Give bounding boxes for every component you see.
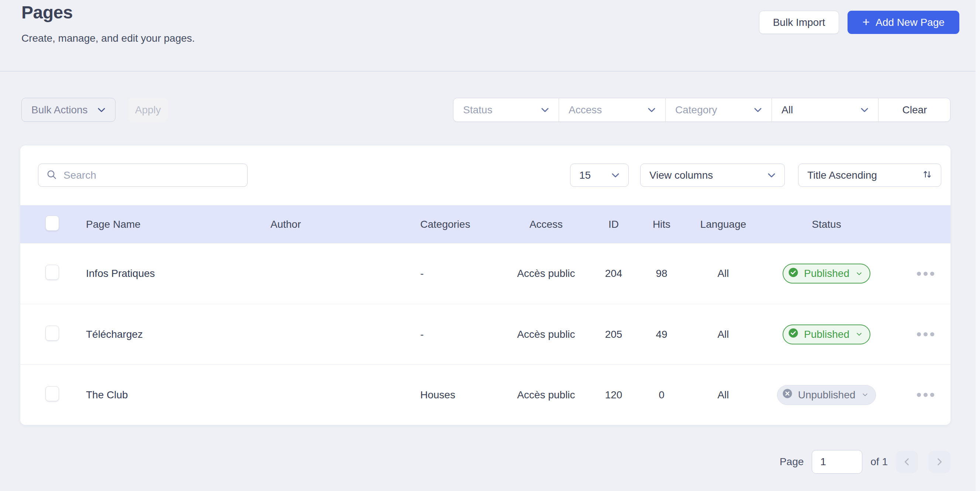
view-columns-select[interactable]: View columns — [640, 164, 785, 187]
row-actions-menu-icon[interactable] — [917, 272, 934, 276]
column-header-access: Access — [509, 218, 583, 230]
apply-label: Apply — [135, 104, 161, 116]
pagination-of-label: of 1 — [870, 456, 888, 468]
sort-arrows-icon — [922, 168, 933, 179]
hits-cell: 98 — [644, 268, 679, 279]
sort-label: Title Ascending — [807, 169, 877, 181]
column-header-author: Author — [270, 218, 420, 230]
hits-cell: 0 — [644, 389, 679, 401]
view-columns-label: View columns — [649, 169, 713, 181]
header-divider — [0, 71, 980, 72]
column-header-hits: Hits — [644, 218, 679, 230]
chevron-down-icon — [767, 171, 776, 180]
chevron-down-icon — [647, 105, 656, 115]
table-header-row: Page Name Author Categories Access ID Hi… — [20, 205, 950, 243]
access-cell: Accès public — [509, 268, 583, 279]
chevron-down-icon — [611, 171, 620, 180]
row-actions-menu-icon[interactable] — [917, 332, 934, 336]
page-number-input[interactable] — [812, 450, 862, 473]
categories-cell: - — [420, 268, 509, 279]
filter-status[interactable]: Status — [453, 98, 559, 121]
language-cell: All — [679, 328, 767, 340]
apply-button[interactable]: Apply — [128, 98, 168, 122]
select-all-checkbox[interactable] — [45, 215, 59, 231]
status-badge[interactable]: Unpublished — [777, 385, 876, 405]
chevron-down-icon — [540, 105, 550, 115]
access-cell: Accès public — [509, 389, 583, 401]
search-input[interactable] — [64, 169, 240, 181]
pagination-page-label: Page — [780, 456, 803, 468]
chevron-down-icon — [753, 105, 763, 115]
row-checkbox[interactable] — [45, 265, 59, 280]
clear-filters-button[interactable]: Clear — [878, 98, 950, 121]
id-cell: 205 — [583, 328, 644, 340]
add-new-page-button[interactable]: + Add New Page — [848, 11, 959, 34]
pagination: Page of 1 — [780, 449, 950, 474]
filter-access[interactable]: Access — [559, 98, 666, 121]
x-circle-icon — [782, 388, 793, 402]
clear-label: Clear — [902, 104, 927, 116]
status-badge-label: Published — [804, 268, 850, 279]
pages-admin-screen: Pages Create, manage, and edit your page… — [0, 0, 980, 491]
check-circle-icon — [788, 267, 799, 281]
categories-cell: - — [420, 328, 509, 340]
page-name-link[interactable]: Infos Pratiques — [86, 268, 270, 279]
chevron-down-icon — [860, 105, 869, 115]
search-icon — [46, 169, 57, 182]
filter-category-label: Category — [675, 104, 717, 116]
column-header-page-name: Page Name — [86, 218, 270, 230]
add-new-page-label: Add New Page — [876, 17, 945, 29]
filter-category[interactable]: Category — [666, 98, 772, 121]
bulk-import-button[interactable]: Bulk Import — [759, 11, 839, 34]
bulk-actions-label: Bulk Actions — [31, 104, 88, 116]
row-checkbox[interactable] — [45, 325, 59, 341]
hits-cell: 49 — [644, 328, 679, 340]
per-page-select[interactable]: 15 — [570, 164, 629, 187]
id-cell: 204 — [583, 268, 644, 279]
status-badge[interactable]: Published — [783, 264, 870, 284]
previous-page-button[interactable] — [896, 451, 918, 473]
bulk-import-label: Bulk Import — [773, 17, 826, 29]
chevron-left-icon — [901, 456, 913, 468]
column-header-language: Language — [679, 218, 767, 230]
chevron-right-icon — [934, 456, 945, 468]
table-row: Téléchargez - Accès public 205 49 All Pu… — [20, 304, 950, 364]
filter-group: Status Access Category All Clear — [453, 98, 950, 122]
page-name-link[interactable]: The Club — [86, 389, 270, 401]
table-row: Infos Pratiques - Accès public 204 98 Al… — [20, 243, 950, 304]
column-header-status: Status — [767, 218, 886, 230]
access-cell: Accès public — [509, 328, 583, 340]
filter-status-label: Status — [463, 104, 492, 116]
plus-icon: + — [862, 16, 870, 28]
row-checkbox[interactable] — [45, 386, 59, 401]
chevron-down-icon — [856, 271, 862, 277]
chevron-down-icon — [862, 392, 868, 398]
filter-access-label: Access — [569, 104, 602, 116]
categories-cell: Houses — [420, 389, 509, 401]
page-title: Pages — [21, 2, 73, 22]
bulk-actions-dropdown[interactable]: Bulk Actions — [21, 98, 116, 122]
status-badge[interactable]: Published — [783, 325, 870, 344]
check-circle-icon — [788, 327, 799, 341]
scrollbar-track[interactable] — [975, 0, 980, 491]
next-page-button[interactable] — [928, 451, 950, 473]
pages-table-card: 15 View columns Title Ascending Page Nam… — [20, 145, 950, 425]
sort-button[interactable]: Title Ascending — [798, 164, 941, 187]
column-header-id: ID — [583, 218, 644, 230]
filter-all[interactable]: All — [772, 98, 878, 121]
id-cell: 120 — [583, 389, 644, 401]
status-badge-label: Unpublished — [798, 389, 856, 401]
per-page-value: 15 — [579, 169, 591, 181]
filter-all-label: All — [781, 104, 793, 116]
table-row: The Club Houses Accès public 120 0 All U… — [20, 364, 950, 425]
column-header-categories: Categories — [420, 218, 509, 230]
status-badge-label: Published — [804, 328, 850, 340]
language-cell: All — [679, 268, 767, 279]
page-subtitle: Create, manage, and edit your pages. — [21, 32, 195, 44]
search-box — [38, 164, 248, 187]
chevron-down-icon — [97, 105, 106, 115]
language-cell: All — [679, 389, 767, 401]
row-actions-menu-icon[interactable] — [917, 393, 934, 397]
chevron-down-icon — [856, 331, 862, 338]
page-name-link[interactable]: Téléchargez — [86, 328, 270, 340]
